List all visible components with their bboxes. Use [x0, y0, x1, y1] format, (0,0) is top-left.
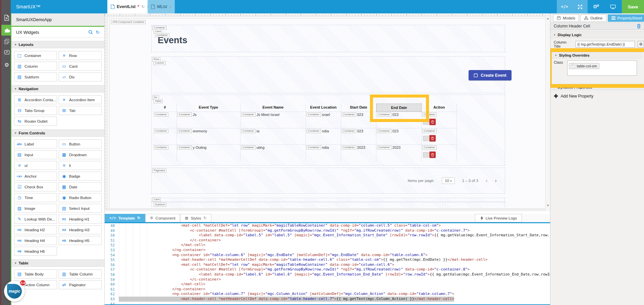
- add-new-property-button[interactable]: ✚ Add New Property: [554, 93, 593, 99]
- column-header-action[interactable]: Action: [422, 104, 457, 112]
- table-cell[interactable]: Container y Outing: [177, 145, 240, 161]
- refresh-icon[interactable]: ↻: [204, 216, 207, 220]
- app-name-row[interactable]: SmartUXDemoApp: [11, 13, 104, 27]
- card-strip[interactable]: Card: [151, 198, 505, 202]
- previous-page-icon[interactable]: ‹: [486, 177, 488, 184]
- xpa-component-container[interactable]: XPA Component Container Container Card C…: [109, 18, 546, 209]
- widget-heading-h2[interactable]: H2Heading H2: [14, 225, 57, 234]
- widget-image[interactable]: ▨Image: [14, 204, 57, 213]
- table-cell[interactable]: Container Js Meet Israel: [240, 112, 306, 128]
- tab-eventlist[interactable]: EventList * ↻ ×: [107, 0, 153, 13]
- toolbar-row[interactable]: Row Column Create Event: [151, 56, 505, 93]
- row-delete-button[interactable]: [429, 151, 436, 158]
- code-view-button[interactable]: </>: [557, 0, 572, 13]
- table-cell[interactable]: Container: [422, 145, 457, 161]
- widget-router-outlet[interactable]: ⇆Router Outlet: [14, 117, 57, 126]
- row-secondary-button[interactable]: [423, 119, 429, 125]
- widget-tab[interactable]: ⊞Tab: [59, 106, 102, 115]
- table-cell[interactable]: Container: [422, 128, 457, 144]
- code-line-57[interactable]: 57 <c-container #matCell [formGroup]="mg…: [105, 267, 550, 272]
- close-icon[interactable]: ×: [169, 4, 172, 9]
- row-delete-button[interactable]: [429, 119, 436, 125]
- widget-input[interactable]: ▤Input: [14, 150, 57, 159]
- column-title-input[interactable]: [576, 41, 635, 48]
- code-line-61[interactable]: 61 </ng-container>: [105, 287, 550, 292]
- table-cell[interactable]: Container 023: [341, 128, 376, 144]
- code-editor[interactable]: 48 <mat-cell *matCellDef="let row" magic…: [105, 223, 550, 304]
- widget-select-input[interactable]: ▤Select Input: [59, 204, 102, 213]
- table-cell[interactable]: Container Js: [177, 112, 240, 128]
- widget-card[interactable]: ▭Card: [59, 62, 102, 71]
- scroll-up-icon[interactable]: ▲: [546, 17, 550, 20]
- code-line-52[interactable]: 52 </mat-cell>: [105, 243, 550, 248]
- canvas-scrollbar[interactable]: ▲ ▼: [545, 16, 550, 211]
- widget-ul[interactable]: ≡ul: [14, 161, 57, 170]
- table-cell[interactable]: Container: [153, 112, 177, 128]
- section-header-form-controls[interactable]: ▾Form Controls: [11, 129, 104, 137]
- table-cell[interactable]: Container eremony: [177, 128, 240, 144]
- widget-dropdown[interactable]: ▦Dropdown: [59, 150, 102, 159]
- header-container[interactable]: Container Card Container Events: [151, 25, 505, 52]
- widget-check-box[interactable]: ☑Check Box: [14, 182, 57, 191]
- table-cell[interactable]: Container uting: [240, 145, 306, 161]
- table-cell[interactable]: Container 2023: [341, 145, 376, 161]
- tab-outline[interactable]: Outline: [580, 14, 606, 22]
- save-button[interactable]: Save: [622, 0, 644, 13]
- widget-row[interactable]: ≡Row: [59, 51, 102, 60]
- remove-chip-icon[interactable]: ×: [571, 64, 575, 68]
- table-cell[interactable]: Container 023: [376, 128, 422, 144]
- section-display-logic[interactable]: ▾ Display Logic: [550, 32, 644, 38]
- gear-icon[interactable]: ⚙: [638, 41, 644, 48]
- widget-heading-h4[interactable]: H4Heading H4: [14, 236, 57, 245]
- table-cell[interactable]: Container ndia: [306, 128, 341, 144]
- column-header-start-date[interactable]: Start Date: [341, 104, 376, 112]
- refresh-icon[interactable]: ↻: [138, 216, 141, 220]
- settings-icon[interactable]: ⚙: [3, 61, 10, 68]
- search-icon[interactable]: [88, 30, 93, 35]
- tab-template[interactable]: </> Template ↻: [105, 214, 145, 222]
- section-header-layouts[interactable]: ▾Layouts: [11, 41, 104, 48]
- table-cell[interactable]: Container 2023: [376, 145, 422, 161]
- column-header-event-location[interactable]: Event Location: [306, 104, 341, 112]
- services-button[interactable]: ⚙⚙: [589, 0, 604, 13]
- widget-badge[interactable]: ◉Badge: [59, 172, 102, 181]
- row-delete-button[interactable]: [429, 135, 436, 141]
- column-header-[interactable]: #: [153, 104, 177, 112]
- code-line-60[interactable]: 60 </mat-cell>: [105, 282, 550, 287]
- paginator-container[interactable]: Paginator Items per page: 10 ▾ 1 – 3 of …: [151, 168, 505, 194]
- widget-anchor[interactable]: <a>Anchor: [14, 172, 57, 181]
- refresh-icon[interactable]: ↻: [141, 4, 145, 9]
- widget-table-column[interactable]: ▥Table Column: [59, 269, 102, 279]
- widget-button[interactable]: ▭Button: [59, 139, 102, 148]
- table-container[interactable]: Div Table #Event TypeEvent NameEvent Loc…: [151, 95, 505, 166]
- code-line-48[interactable]: 48 <mat-cell *matCellDef="let row" magic…: [105, 223, 550, 228]
- code-line-50[interactable]: 50 <label data-comp-id="label.5" id="lab…: [105, 233, 550, 238]
- widget-heading-h3[interactable]: H3Heading H3: [59, 225, 102, 234]
- code-line-59[interactable]: 59 </c-container>: [105, 277, 550, 282]
- widget-heading-h1[interactable]: H1Heading H1: [59, 215, 102, 224]
- widget-date[interactable]: ▦Date: [59, 182, 102, 191]
- table-cell[interactable]: Container: [153, 145, 177, 161]
- share-icon[interactable]: [3, 49, 10, 56]
- tab-propertysheet[interactable]: PropertySheet: [608, 14, 644, 22]
- code-line-53[interactable]: 53 </ng-container>: [105, 248, 550, 253]
- live-preview-logs-button[interactable]: Live Preview Logs: [475, 214, 522, 222]
- code-line-58[interactable]: 58 <label data-comp-id="label.6" id="lab…: [105, 272, 550, 277]
- section-header-navigation[interactable]: ▾Navigation: [11, 85, 104, 93]
- scroll-down-icon[interactable]: ▼: [546, 204, 550, 207]
- column-header-event-name[interactable]: Event Name: [240, 104, 306, 112]
- table-cell[interactable]: Container ndia: [306, 145, 341, 161]
- code-line-55[interactable]: 55 <mat-header-cell *matHeaderCellDef da…: [105, 257, 550, 262]
- subform-strip[interactable]: Subform: [151, 202, 505, 209]
- class-chips-input[interactable]: × table-col-sm: [567, 60, 637, 76]
- widget-container[interactable]: ▢Container: [14, 51, 57, 60]
- preview-button[interactable]: [605, 0, 621, 13]
- widget-time[interactable]: ◷Time: [14, 193, 57, 202]
- refresh-icon[interactable]: ↻: [96, 29, 100, 35]
- code-line-63[interactable]: 63 <mat-header-cell *matHeaderCellDef da…: [105, 297, 550, 302]
- column-header-event-type[interactable]: Event Type: [177, 104, 240, 112]
- page-size-select[interactable]: 10 ▾: [442, 177, 455, 184]
- widget-paginator[interactable]: ⇄Paginator: [59, 280, 102, 289]
- row-secondary-button[interactable]: [423, 152, 429, 158]
- widget-radio-button[interactable]: ◉Radio Button: [59, 193, 102, 202]
